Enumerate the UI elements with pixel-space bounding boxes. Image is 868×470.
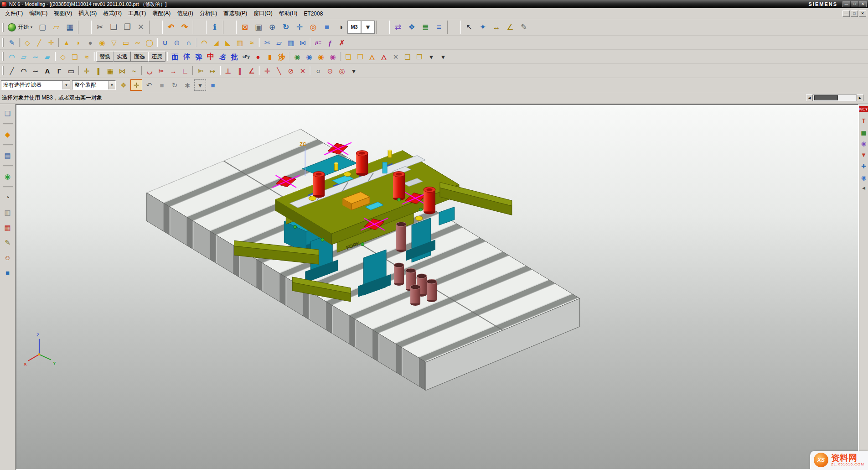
- menu-view[interactable]: 视图(V): [51, 9, 75, 18]
- spring-char-button[interactable]: 弹: [193, 51, 205, 63]
- mirror-curve-button[interactable]: ⋈: [116, 65, 128, 77]
- doc-minimize-button[interactable]: —: [842, 10, 850, 17]
- constraints-button[interactable]: ⊥: [222, 65, 234, 77]
- n-sided-surface-button[interactable]: ▰: [41, 51, 53, 63]
- circle-center-button[interactable]: ⊙: [324, 65, 336, 77]
- doc-restore-button[interactable]: □: [851, 10, 858, 17]
- shell-button[interactable]: ▦: [234, 37, 246, 48]
- highlight-lines-button[interactable]: ◉: [327, 51, 339, 63]
- copy-face-button[interactable]: cPy: [240, 51, 252, 63]
- handles-button[interactable]: ∗: [181, 79, 193, 91]
- marquee-select-button[interactable]: ▾: [194, 79, 206, 91]
- clipboard-copy-button[interactable]: ❑: [402, 51, 413, 63]
- quick-extend-button[interactable]: ↦: [207, 65, 218, 77]
- unite-button[interactable]: ∪: [159, 37, 171, 48]
- rectangle-button[interactable]: ▭: [65, 65, 77, 77]
- snap-point-button[interactable]: ✛: [130, 79, 142, 91]
- history-button[interactable]: ◔: [2, 192, 14, 203]
- paste-button[interactable]: ❐: [120, 21, 134, 34]
- interference-button[interactable]: 涉: [276, 51, 288, 63]
- face-analysis-button[interactable]: ◉: [291, 51, 303, 63]
- scrollbar-thumb[interactable]: [814, 95, 838, 100]
- sphere2-tool-button[interactable]: ◉: [861, 175, 866, 181]
- face-select-button[interactable]: 面选: [131, 52, 148, 62]
- translucency-button[interactable]: 实透: [114, 52, 131, 62]
- hole-button[interactable]: ●: [84, 37, 96, 48]
- face-char-button[interactable]: 面: [169, 51, 181, 63]
- rotate-point-button[interactable]: ↻: [169, 79, 181, 91]
- save-button[interactable]: ▦: [63, 21, 77, 34]
- update-warning-button[interactable]: △: [378, 51, 390, 63]
- roles-button[interactable]: ✎: [2, 237, 14, 248]
- rotate-view-button[interactable]: ↻: [279, 21, 293, 34]
- redo-button[interactable]: ↷: [178, 21, 191, 34]
- tangent-button[interactable]: ⊘: [285, 65, 297, 77]
- zoom-window-button[interactable]: ▣: [252, 21, 265, 34]
- pin-tool-button[interactable]: T: [862, 118, 866, 124]
- scroll-left-button[interactable]: ◀: [806, 94, 813, 101]
- center-char-button[interactable]: 中: [205, 51, 217, 63]
- unlink-button[interactable]: ✗: [336, 37, 348, 48]
- body-char-button[interactable]: 体: [181, 51, 193, 63]
- corner-button[interactable]: ∟: [179, 65, 191, 77]
- bridge-curve-button[interactable]: ~: [128, 65, 140, 77]
- menu-window[interactable]: 窗口(O): [250, 9, 275, 18]
- pan-view-button[interactable]: ✛: [293, 21, 306, 34]
- through-curves-button[interactable]: ◠: [6, 51, 18, 63]
- extend-button[interactable]: →: [167, 65, 179, 77]
- scrollbar-track[interactable]: [813, 94, 857, 101]
- datum-plane-button[interactable]: ◇: [21, 37, 33, 48]
- pattern-curve-button[interactable]: ▦: [104, 65, 116, 77]
- undo-selection-button[interactable]: ↶: [143, 79, 155, 91]
- reflection-analysis-button[interactable]: ◉: [315, 51, 327, 63]
- assembly-constraints-button[interactable]: ❖: [405, 21, 418, 34]
- constraint-navigator-button[interactable]: ◆: [2, 129, 14, 140]
- chevron-down-icon[interactable]: ▼: [108, 81, 115, 89]
- spline-button[interactable]: ∼: [30, 65, 41, 77]
- circle-button[interactable]: ○: [312, 65, 324, 77]
- fillet-button[interactable]: ◡: [144, 65, 155, 77]
- perspective-button[interactable]: ◎: [306, 21, 320, 34]
- intersection-point-button[interactable]: ✛: [261, 65, 273, 77]
- shaded-view-button[interactable]: ■: [320, 21, 334, 34]
- menu-help[interactable]: 帮助(H): [276, 9, 301, 18]
- class-selection-button[interactable]: ℹ: [208, 21, 222, 34]
- pocket-button[interactable]: ▽: [108, 37, 120, 48]
- profile-button[interactable]: Г: [53, 65, 65, 77]
- pattern-feature-button[interactable]: ▦: [285, 37, 297, 48]
- window-minimize-button[interactable]: —: [842, 1, 850, 7]
- quick-trim-button[interactable]: ✄: [195, 65, 207, 77]
- show-constraints-button[interactable]: ∠: [246, 65, 258, 77]
- scroll-right-button[interactable]: ▶: [857, 94, 863, 101]
- undo-button[interactable]: ↶: [164, 21, 178, 34]
- menu-tools[interactable]: 工具(T): [125, 9, 149, 18]
- batch-char-button[interactable]: 批: [228, 51, 240, 63]
- selection-filter-combo[interactable]: 没有选择过滤器 ▼: [1, 80, 70, 90]
- tube-button[interactable]: ◯: [144, 37, 155, 48]
- hd3d-tools-button[interactable]: ▥: [2, 207, 14, 218]
- point-button[interactable]: ✛: [81, 65, 93, 77]
- menu-preferences[interactable]: 首选项(P): [220, 9, 250, 18]
- expression-button[interactable]: p=: [312, 37, 324, 48]
- name-char-button[interactable]: 名: [217, 51, 228, 63]
- sweep-button[interactable]: ∼: [132, 37, 144, 48]
- graphics-canvas[interactable]: FORK FORK: [16, 105, 858, 469]
- sphere-tool-button[interactable]: ◉: [861, 141, 866, 146]
- clipboard-paste-button[interactable]: ❒: [413, 51, 425, 63]
- measure-angle-button[interactable]: ∠: [503, 21, 517, 34]
- extract-body-button[interactable]: ❏: [342, 51, 354, 63]
- cup-button[interactable]: ▮: [264, 51, 276, 63]
- edit-object-display-button[interactable]: ✎: [517, 21, 531, 34]
- swept-surface-button[interactable]: ∼: [30, 51, 41, 63]
- slot-tool-button[interactable]: ▅: [862, 129, 866, 135]
- offset-surface-button[interactable]: ❏: [69, 51, 81, 63]
- revolve-button[interactable]: ◗: [72, 37, 84, 48]
- edge-blend-button[interactable]: ◠: [198, 37, 210, 48]
- assembly-navigator-button[interactable]: ❏: [2, 108, 14, 119]
- pad-button[interactable]: ▭: [120, 37, 132, 48]
- mirror-feature-button[interactable]: ⋈: [297, 37, 309, 48]
- delayed-update-button[interactable]: △: [366, 51, 378, 63]
- ruled-surface-button[interactable]: ▱: [18, 51, 30, 63]
- collapse-dock-button[interactable]: ◀: [862, 186, 865, 190]
- orient-view-button[interactable]: ✦: [476, 21, 490, 34]
